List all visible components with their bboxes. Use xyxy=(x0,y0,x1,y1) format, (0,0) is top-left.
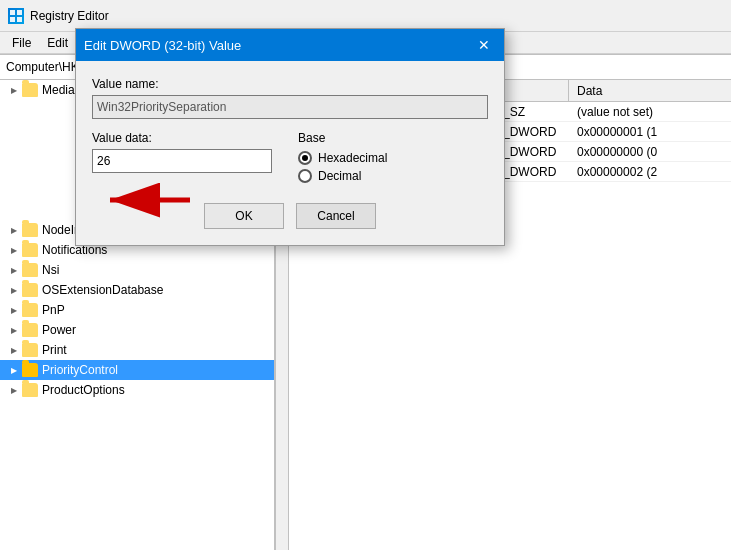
chevron-icon: ▶ xyxy=(8,364,20,376)
folder-icon xyxy=(22,83,38,97)
chevron-icon: ▶ xyxy=(8,384,20,396)
folder-icon xyxy=(22,243,38,257)
svg-rect-1 xyxy=(17,10,22,15)
value-data-input[interactable] xyxy=(92,149,272,173)
tree-item-power[interactable]: ▶ Power xyxy=(0,320,274,340)
edit-dword-dialog: Edit DWORD (32-bit) Value ✕ Value name: … xyxy=(75,28,505,246)
base-section: Base Hexadecimal Decimal xyxy=(298,131,488,183)
ok-button[interactable]: OK xyxy=(204,203,284,229)
row-data: (value not set) xyxy=(569,102,731,122)
row-data: 0x00000002 (2 xyxy=(569,162,731,182)
folder-icon xyxy=(22,223,38,237)
folder-icon xyxy=(22,263,38,277)
tree-label: Nsi xyxy=(42,263,59,277)
tree-item-prioritycontrol[interactable]: ▶ PriorityControl xyxy=(0,360,274,380)
col-data[interactable]: Data xyxy=(569,80,731,102)
row-data: 0x00000000 (0 xyxy=(569,142,731,162)
chevron-icon: ▶ xyxy=(8,344,20,356)
cancel-button[interactable]: Cancel xyxy=(296,203,376,229)
tree-label: OSExtensionDatabase xyxy=(42,283,163,297)
svg-rect-0 xyxy=(10,10,15,15)
radio-hex-label: Hexadecimal xyxy=(318,151,387,165)
radio-group: Hexadecimal Decimal xyxy=(298,151,488,183)
menu-file[interactable]: File xyxy=(4,34,39,52)
tree-label: Power xyxy=(42,323,76,337)
chevron-icon: ▶ xyxy=(8,284,20,296)
chevron-icon: ▶ xyxy=(8,324,20,336)
dialog-title: Edit DWORD (32-bit) Value xyxy=(84,38,241,53)
dialog-body: Value name: Value data: Base Hexadecimal… xyxy=(76,61,504,245)
tree-label: ProductOptions xyxy=(42,383,125,397)
chevron-icon: ▶ xyxy=(8,224,20,236)
tree-item-nsi[interactable]: ▶ Nsi xyxy=(0,260,274,280)
radio-hex-circle xyxy=(298,151,312,165)
tree-item-print[interactable]: ▶ Print xyxy=(0,340,274,360)
chevron-icon: ▶ xyxy=(8,244,20,256)
dialog-row: Value data: Base Hexadecimal Decimal xyxy=(92,131,488,183)
folder-icon xyxy=(22,343,38,357)
tree-item-osextension[interactable]: ▶ OSExtensionDatabase xyxy=(0,280,274,300)
radio-dec-label: Decimal xyxy=(318,169,361,183)
dialog-buttons: OK Cancel xyxy=(92,203,488,229)
value-name-input[interactable] xyxy=(92,95,488,119)
tree-item-productoptions[interactable]: ▶ ProductOptions xyxy=(0,380,274,400)
folder-icon xyxy=(22,303,38,317)
chevron-icon: ▶ xyxy=(8,264,20,276)
menu-edit[interactable]: Edit xyxy=(39,34,76,52)
base-label: Base xyxy=(298,131,488,145)
dialog-close-button[interactable]: ✕ xyxy=(472,33,496,57)
radio-dec-circle xyxy=(298,169,312,183)
folder-icon xyxy=(22,383,38,397)
window-title: Registry Editor xyxy=(30,9,109,23)
row-data: 0x00000001 (1 xyxy=(569,122,731,142)
value-data-label: Value data: xyxy=(92,131,282,145)
app-icon xyxy=(8,8,24,24)
folder-icon xyxy=(22,323,38,337)
tree-item-pnp[interactable]: ▶ PnP xyxy=(0,300,274,320)
value-data-section: Value data: xyxy=(92,131,282,183)
tree-label: PnP xyxy=(42,303,65,317)
radio-hexadecimal[interactable]: Hexadecimal xyxy=(298,151,488,165)
dialog-titlebar: Edit DWORD (32-bit) Value ✕ xyxy=(76,29,504,61)
tree-label: PriorityControl xyxy=(42,363,118,377)
tree-label: Print xyxy=(42,343,67,357)
chevron-icon: ▶ xyxy=(8,84,20,96)
radio-decimal[interactable]: Decimal xyxy=(298,169,488,183)
svg-rect-2 xyxy=(10,17,15,22)
svg-rect-3 xyxy=(17,17,22,22)
folder-icon xyxy=(22,363,38,377)
chevron-icon: ▶ xyxy=(8,304,20,316)
value-name-label: Value name: xyxy=(92,77,488,91)
folder-icon xyxy=(22,283,38,297)
